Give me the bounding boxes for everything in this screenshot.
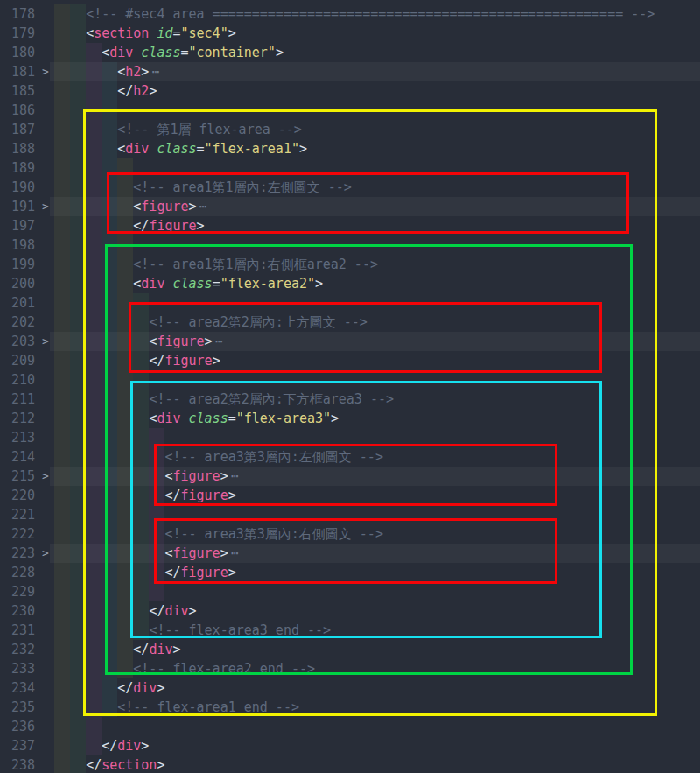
indent-band	[149, 582, 164, 601]
token-pun: >	[228, 488, 236, 503]
token-tag: figure	[172, 545, 220, 561]
code-line-text[interactable]: <!-- area1第1層內:左側圖文 -->	[54, 178, 352, 197]
code-line-text[interactable]: <!-- 第1層 flex-area -->	[54, 120, 302, 139]
fold-chevron-icon[interactable]: >	[38, 544, 52, 563]
code-line-text[interactable]: <!-- #sec4 area ========================…	[54, 4, 654, 24]
code-line-text[interactable]: <!-- area3第3層內:左側圖文 -->	[54, 447, 383, 467]
code-line-text[interactable]: <!-- flex-area3 end -->	[54, 621, 331, 640]
line-number: 213	[0, 428, 35, 447]
indent-band	[86, 582, 102, 601]
code-line-text[interactable]: </figure>	[54, 351, 220, 370]
folded-region-ellipsis: ⋯	[197, 199, 207, 214]
token-pun: >	[299, 141, 307, 157]
token-ws	[54, 122, 117, 137]
code-line-text[interactable]: <!-- area1第1層內:右側框area2 -->	[54, 255, 378, 274]
code-line-text[interactable]: <div class="flex-area3">	[54, 409, 339, 428]
code-line-text[interactable]: </div>	[54, 678, 164, 698]
indent-band	[70, 158, 86, 178]
code-line-text[interactable]: <figure>⋯	[54, 544, 239, 563]
line-number: 181	[0, 62, 35, 81]
token-pun: </	[149, 603, 164, 619]
line-number: 214	[0, 447, 35, 467]
token-pun: <	[133, 199, 141, 214]
token-com: <!-- flex-area1 end -->	[117, 699, 299, 715]
fold-chevron-icon[interactable]: >	[38, 62, 52, 81]
token-pun: </	[133, 218, 149, 234]
code-line-text[interactable]: <figure>⋯	[54, 332, 223, 351]
token-ws	[54, 64, 117, 80]
code-line-text[interactable]: <!-- area2第2層內:上方圖文 -->	[54, 313, 368, 332]
indent-band	[70, 101, 86, 120]
line-number: 230	[0, 601, 35, 621]
code-line-text[interactable]: <figure>⋯	[54, 197, 207, 216]
token-pun: </	[164, 565, 180, 580]
code-line-text[interactable]: </div>	[54, 736, 149, 755]
indent-band	[133, 428, 149, 447]
code-line-text[interactable]: <div class="container">	[54, 43, 284, 62]
gutter: 197	[0, 216, 54, 235]
token-com: <!-- 第1層 flex-area -->	[117, 122, 302, 137]
code-line-text[interactable]: </figure>	[54, 563, 236, 582]
token-com: <!-- flex-area3 end -->	[149, 622, 331, 638]
code-line-text[interactable]: <div class="flex-area2">	[54, 274, 323, 293]
fold-chevron-icon[interactable]: >	[38, 467, 52, 486]
token-tag: figure	[164, 353, 212, 369]
code-row-201: 201	[0, 293, 700, 313]
code-row-180: 180 <div class="container">	[0, 43, 700, 62]
code-row-229: 229	[0, 582, 700, 601]
token-ws	[54, 738, 102, 754]
code-line-text[interactable]: <!-- area3第3層內:右側圖文 -->	[54, 524, 383, 544]
code-line-text[interactable]: </section>	[54, 755, 164, 773]
token-ws	[54, 334, 149, 349]
token-ws	[54, 218, 133, 234]
line-number: 229	[0, 582, 35, 601]
token-pun: >	[331, 411, 339, 426]
token-str: "container"	[189, 45, 276, 60]
code-line-text[interactable]: </h2>	[54, 81, 157, 101]
code-line-text[interactable]: <!-- flex-area1 end -->	[54, 698, 299, 717]
code-row-213: 213	[0, 428, 700, 447]
token-pun: >	[276, 45, 284, 60]
code-row-181: 181> <h2>⋯	[0, 62, 700, 81]
token-tag: figure	[181, 488, 228, 503]
line-number: 188	[0, 139, 35, 158]
code-row-197: 197 </figure>	[0, 216, 700, 235]
code-line-text[interactable]: <!-- flex-area2 end -->	[54, 659, 315, 678]
token-ws	[54, 545, 164, 561]
token-com: <!-- area1第1層內:右側框area2 -->	[133, 256, 378, 272]
fold-chevron-icon[interactable]: >	[38, 197, 52, 216]
code-row-179: 179 <section id="sec4">	[0, 24, 700, 43]
token-pun: <	[117, 141, 125, 157]
code-line-text[interactable]: <h2>⋯	[54, 62, 159, 81]
code-line-text[interactable]: </figure>	[54, 486, 236, 505]
indent-band	[133, 370, 149, 390]
code-line-text[interactable]: <section id="sec4">	[54, 24, 236, 43]
code-line-text[interactable]: <!-- area2第2層內:下方框area3 -->	[54, 390, 394, 409]
line-number: 237	[0, 736, 35, 755]
indent-rainbow-bands	[0, 582, 700, 601]
token-tag: figure	[141, 199, 188, 214]
token-ws	[54, 141, 117, 157]
code-line-text[interactable]: <div class="flex-area1">	[54, 139, 307, 158]
token-ws	[54, 565, 164, 580]
indent-band	[102, 505, 117, 524]
indent-band	[133, 582, 149, 601]
indent-rainbow-bands	[0, 101, 700, 120]
token-com: <!-- flex-area2 end -->	[133, 661, 315, 677]
token-tag: div	[109, 45, 133, 60]
code-line-text[interactable]: </div>	[54, 601, 197, 621]
token-ws	[54, 661, 133, 677]
code-line-text[interactable]: </div>	[54, 640, 181, 659]
token-ws	[54, 411, 149, 426]
token-pun: >	[220, 468, 228, 484]
code-row-231: 231 <!-- flex-area3 end -->	[0, 621, 700, 640]
code-row-238: 238 </section>	[0, 755, 700, 773]
fold-chevron-icon[interactable]: >	[38, 332, 52, 351]
folded-region-ellipsis: ⋯	[149, 64, 159, 80]
token-tag: h2	[125, 64, 141, 80]
token-com: <!-- area2第2層內:上方圖文 -->	[149, 314, 368, 330]
indent-band	[86, 101, 102, 120]
code-line-text[interactable]: <figure>⋯	[54, 467, 239, 486]
token-tag: figure	[181, 565, 228, 580]
code-line-text[interactable]: </figure>	[54, 216, 205, 235]
